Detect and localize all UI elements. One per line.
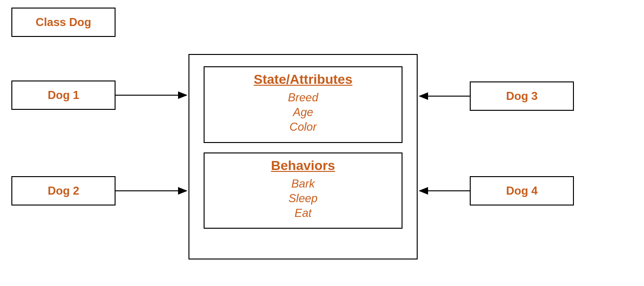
attribute-item: Breed	[212, 90, 394, 105]
attribute-item: Color	[212, 119, 394, 134]
behavior-item: Bark	[212, 176, 394, 191]
behavior-item: Eat	[212, 206, 394, 220]
dog-3-label: Dog 3	[506, 89, 538, 103]
dog-2-box: Dog 2	[11, 176, 116, 206]
dog-3-box: Dog 3	[470, 81, 574, 111]
dog-4-label: Dog 4	[506, 184, 538, 197]
behaviors-section: Behaviors Bark Sleep Eat	[204, 152, 402, 229]
attribute-item: Age	[212, 105, 394, 119]
class-details-box: State/Attributes Breed Age Color Behavio…	[188, 54, 418, 259]
attributes-section: State/Attributes Breed Age Color	[204, 66, 402, 143]
class-dog-label: Class Dog	[36, 16, 91, 29]
behavior-item: Sleep	[212, 191, 394, 206]
behaviors-title: Behaviors	[212, 158, 394, 173]
attributes-title: State/Attributes	[212, 72, 394, 87]
dog-1-box: Dog 1	[11, 80, 116, 110]
class-dog-box: Class Dog	[11, 8, 116, 37]
dog-2-label: Dog 2	[48, 184, 80, 197]
dog-4-box: Dog 4	[470, 176, 574, 206]
dog-1-label: Dog 1	[48, 89, 80, 102]
